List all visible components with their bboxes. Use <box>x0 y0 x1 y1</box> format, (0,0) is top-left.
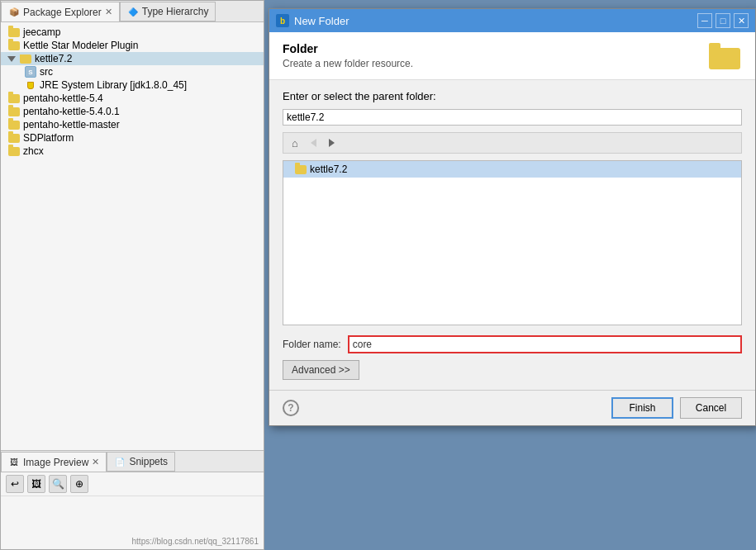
jre-icon <box>24 79 37 91</box>
tree-panel-item-label: kettle7.2 <box>310 164 347 175</box>
folder-icon-tab <box>709 43 720 48</box>
dialog-heading: Folder <box>283 42 413 55</box>
watermark-text: https://blog.csdn.net/qq_32117861 <box>132 537 259 546</box>
parent-folder-label: Enter or select the parent folder: <box>283 90 436 102</box>
parent-folder-row: Enter or select the parent folder: <box>283 90 742 102</box>
dialog-footer: ? Finish Cancel <box>269 390 755 425</box>
dialog-header: Folder Create a new folder resource. <box>269 32 755 80</box>
tree-item-sdplatform[interactable]: SDPlatform <box>1 131 264 145</box>
tree-label: Kettle Star Modeler Plugin <box>23 40 138 51</box>
package-explorer-tree: jeecamp Kettle Star Modeler Plugin kettl… <box>1 22 264 450</box>
image-preview-icon: 🖼 <box>8 457 20 468</box>
tree-label: pentaho-kettle-5.4.0.1 <box>23 106 120 117</box>
expand-arrow <box>7 53 17 64</box>
advanced-row: Advanced >> <box>283 360 742 380</box>
toolbar-btn-2[interactable]: 🖼 <box>27 475 45 493</box>
toolbar-btn-zoom-in[interactable]: ⊕ <box>70 475 88 493</box>
tree-label: JRE System Library [jdk1.8.0_45] <box>40 79 187 91</box>
dialog-title-icon: b <box>276 14 289 27</box>
tree-label: src <box>40 66 53 78</box>
tree-item-pentaho5401[interactable]: pentaho-kettle-5.4.0.1 <box>1 105 264 118</box>
folder-name-input[interactable] <box>348 335 742 353</box>
tree-item-kettle72[interactable]: kettle7.2 <box>1 52 264 65</box>
tree-item-pentaho54[interactable]: pentaho-kettle-5.4 <box>1 92 264 105</box>
bottom-tabbar: 🖼 Image Preview ✕ 📄 Snippets <box>1 451 264 472</box>
dialog-body: Enter or select the parent folder: ⌂ <box>269 80 755 390</box>
dialog-close-button[interactable]: ✕ <box>734 13 749 28</box>
folder-icon-body <box>709 48 740 69</box>
tree-item-pentaho-master[interactable]: pentaho-kettle-master <box>1 118 264 131</box>
folder-icon <box>7 145 21 157</box>
dialog-description: Create a new folder resource. <box>283 58 413 69</box>
folder-icon <box>7 119 21 130</box>
folder-icon <box>7 40 21 51</box>
folder-icon <box>7 26 21 38</box>
help-button[interactable]: ? <box>283 400 299 416</box>
tree-label: SDPlatform <box>23 132 74 144</box>
forward-arrow-icon <box>329 139 335 147</box>
tab-type-hierarchy[interactable]: 🔷 Type Hierarchy <box>120 2 216 21</box>
tree-item-zhcx[interactable]: zhcx <box>1 145 264 158</box>
home-icon: ⌂ <box>292 137 298 149</box>
nav-forward-button[interactable] <box>323 135 340 151</box>
dialog-title-text: New Folder <box>294 15 692 27</box>
tree-item-jeecamp[interactable]: jeecamp <box>1 26 264 39</box>
tab-image-preview[interactable]: 🖼 Image Preview ✕ <box>1 452 107 472</box>
tree-label: zhcx <box>23 145 44 157</box>
close-image-preview[interactable]: ✕ <box>92 457 99 467</box>
tab-package-explorer-close[interactable]: ✕ <box>105 7 112 17</box>
advanced-button-label: Advanced >> <box>292 364 350 376</box>
folder-tree-panel[interactable]: kettle7.2 <box>283 160 742 325</box>
type-hierarchy-icon: 🔷 <box>127 6 139 17</box>
dialog-title-controls: ─ □ ✕ <box>697 13 749 28</box>
watermark: https://blog.csdn.net/qq_32117861 <box>1 496 264 549</box>
tree-label: kettle7.2 <box>35 53 72 64</box>
tab-snippets[interactable]: 📄 Snippets <box>107 452 175 472</box>
dialog-overlay: b New Folder ─ □ ✕ Folder Create a new f… <box>264 0 756 550</box>
title-icon-letter: b <box>280 17 285 26</box>
cancel-button[interactable]: Cancel <box>680 397 742 419</box>
folder-name-row: Folder name: <box>283 335 742 353</box>
tab-label: Image Preview <box>23 457 88 468</box>
folder-icon <box>7 132 21 144</box>
tree-label: pentaho-kettle-master <box>23 119 120 130</box>
finish-button-label: Finish <box>629 402 655 414</box>
dialog-titlebar: b New Folder ─ □ ✕ <box>269 9 755 32</box>
folder-open-icon <box>19 53 32 64</box>
advanced-button[interactable]: Advanced >> <box>283 360 359 380</box>
tree-label: pentaho-kettle-5.4 <box>23 92 103 104</box>
bottom-toolbar: ↩ 🖼 🔍 ⊕ <box>1 472 264 496</box>
tree-label: jeecamp <box>23 26 60 38</box>
new-folder-dialog: b New Folder ─ □ ✕ Folder Create a new f… <box>269 8 756 426</box>
tree-item-jre[interactable]: JRE System Library [jdk1.8.0_45] <box>1 78 264 92</box>
tree-panel-item-kettle72[interactable]: kettle7.2 <box>283 161 741 178</box>
tab-label: Snippets <box>129 456 168 467</box>
toolbar-btn-1[interactable]: ↩ <box>6 475 24 493</box>
folder-icon <box>7 106 21 117</box>
bottom-panel: 🖼 Image Preview ✕ 📄 Snippets ↩ 🖼 🔍 ⊕ htt… <box>1 450 264 549</box>
src-icon: S <box>24 66 37 78</box>
dialog-restore-button[interactable]: □ <box>716 13 730 28</box>
nav-toolbar: ⌂ <box>283 132 742 154</box>
package-explorer-icon: 📦 <box>8 7 20 18</box>
nav-back-button[interactable] <box>305 135 321 151</box>
back-arrow-icon <box>311 139 316 147</box>
tree-item-kettle-star[interactable]: Kettle Star Modeler Plugin <box>1 39 264 52</box>
big-folder-icon <box>709 43 742 69</box>
folder-icon <box>7 92 21 104</box>
tab-package-explorer-label: Package Explorer <box>23 7 102 18</box>
footer-buttons: Finish Cancel <box>611 397 742 419</box>
dialog-minimize-button[interactable]: ─ <box>697 13 712 28</box>
tree-item-src[interactable]: S src <box>1 65 264 78</box>
nav-home-button[interactable]: ⌂ <box>287 135 303 151</box>
parent-folder-input[interactable] <box>283 109 742 126</box>
tab-type-hierarchy-label: Type Hierarchy <box>142 6 209 17</box>
finish-button[interactable]: Finish <box>611 397 673 419</box>
dialog-header-text: Folder Create a new folder resource. <box>283 42 413 69</box>
package-explorer-tabbar: 📦 Package Explorer ✕ 🔷 Type Hierarchy <box>1 1 264 22</box>
snippets-icon: 📄 <box>114 456 126 467</box>
help-icon-label: ? <box>288 402 293 414</box>
tab-package-explorer[interactable]: 📦 Package Explorer ✕ <box>1 2 120 21</box>
cancel-button-label: Cancel <box>696 402 726 414</box>
toolbar-btn-zoom-out[interactable]: 🔍 <box>49 475 67 493</box>
